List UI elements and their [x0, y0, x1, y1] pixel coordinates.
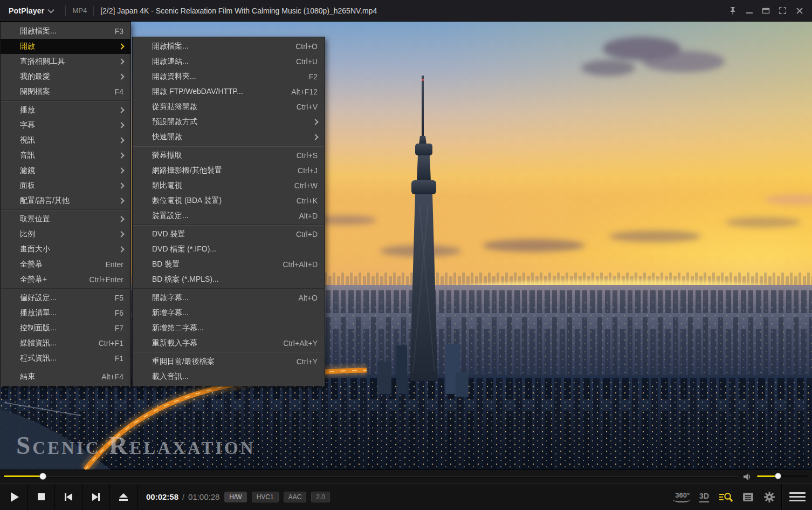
- volume-thumb[interactable]: [775, 473, 781, 479]
- skip-previous-icon: [65, 493, 72, 501]
- menu-item-label: 配置/語言/其他: [20, 196, 113, 206]
- submenu-item-webcam-other-devices[interactable]: 網路攝影機/其他裝置 Ctrl+J: [133, 163, 325, 178]
- seek-thumb[interactable]: [39, 473, 46, 480]
- submenu-item-analog-tv[interactable]: 類比電視 Ctrl+W: [133, 178, 325, 193]
- volume-slider[interactable]: [757, 475, 808, 477]
- submenu-item-add-subtitle[interactable]: 新增字幕...: [133, 305, 325, 321]
- menu-item-config-language-other[interactable]: 配置/語言/其他: [1, 193, 130, 208]
- menu-item-label: 取景位置: [20, 214, 113, 224]
- fullscreen-button[interactable]: [774, 0, 791, 22]
- submenu-item-device-settings[interactable]: 裝置設定... Alt+D: [133, 208, 325, 223]
- submenu-item-reopen-current-last-file[interactable]: 重開目前/最後檔案 Ctrl+Y: [133, 354, 325, 369]
- open-eject-button[interactable]: [110, 484, 137, 510]
- menu-item-shortcut: Ctrl+Y: [297, 357, 318, 366]
- menu-item-fullscreen-plus[interactable]: 全螢幕+ Ctrl+Enter: [1, 272, 130, 287]
- total-duration: 01:00:28: [188, 492, 219, 501]
- submenu-arrow-icon: [118, 107, 124, 113]
- next-button[interactable]: [82, 484, 110, 510]
- submenu-item-default-open-method[interactable]: 預設開啟方式: [133, 114, 325, 130]
- menu-item-label: 開啟 FTP/WebDAV/HTTP...: [152, 87, 281, 97]
- close-button[interactable]: [791, 0, 808, 22]
- submenu-item-open-subtitle[interactable]: 開啟字幕... Alt+O: [133, 290, 325, 305]
- previous-button[interactable]: [55, 484, 82, 510]
- submenu-item-open-folder[interactable]: 開啟資料夾... F2: [133, 69, 325, 84]
- menu-item-shortcut: F2: [309, 72, 318, 81]
- submenu-item-dvd-device[interactable]: DVD 裝置 Ctrl+D: [133, 227, 325, 242]
- pin-icon: [728, 6, 738, 16]
- menu-item-program-info[interactable]: 程式資訊... F1: [1, 351, 130, 366]
- menu-item-fullscreen[interactable]: 全螢幕 Enter: [1, 257, 130, 272]
- submenu-item-bd-device[interactable]: BD 裝置 Ctrl+Alt+D: [133, 257, 325, 272]
- play-button[interactable]: [0, 484, 27, 510]
- submenu-item-digital-tv-bda[interactable]: 數位電視 (BDA 裝置) Ctrl+K: [133, 193, 325, 208]
- submenu-item-screen-capture[interactable]: 螢幕擷取 Ctrl+S: [133, 148, 325, 163]
- menu-item-shortcut: Alt+D: [299, 212, 318, 220]
- menu-item-label: 螢幕擷取: [152, 151, 287, 160]
- submenu-item-load-audio[interactable]: 載入音訊...: [133, 369, 325, 384]
- submenu-item-open-from-clipboard[interactable]: 從剪貼簿開啟 Ctrl+V: [133, 99, 325, 114]
- menu-item-media-info[interactable]: 媒體資訊... Ctrl+F1: [1, 336, 130, 351]
- submenu-item-open-url[interactable]: 開啟連結... Ctrl+U: [133, 54, 325, 69]
- menu-item-label: 字幕: [20, 120, 113, 130]
- minimize-button[interactable]: [741, 0, 758, 22]
- menu-item-shortcut: Ctrl+Alt+D: [283, 260, 318, 269]
- menu-item-screen-size[interactable]: 畫面大小: [1, 242, 130, 257]
- menu-separator: [1, 288, 130, 289]
- extended-menu-button[interactable]: [783, 484, 812, 510]
- seek-bar[interactable]: [3, 475, 740, 478]
- menu-item-label: 畫面大小: [20, 244, 113, 254]
- menu-item-open-file[interactable]: 開啟檔案... F3: [1, 24, 130, 39]
- menu-item-label: 直播相關工具: [20, 57, 113, 66]
- stop-button[interactable]: [27, 484, 55, 510]
- menu-item-video[interactable]: 視訊: [1, 133, 130, 148]
- menu-item-label: BD 檔案 (*.MPLS)...: [152, 275, 318, 284]
- submenu-arrow-icon: [118, 198, 124, 203]
- current-time[interactable]: 00:02:58: [146, 492, 178, 501]
- menu-item-live-related-tools[interactable]: 直播相關工具: [1, 54, 130, 69]
- menu-item-playlist[interactable]: 播放清單... F6: [1, 305, 130, 321]
- submenu-item-open-ftp-webdav-http[interactable]: 開啟 FTP/WebDAV/HTTP... Alt+F12: [133, 84, 325, 99]
- menu-item-filters[interactable]: 濾鏡: [1, 163, 130, 178]
- volume-button[interactable]: [743, 473, 752, 483]
- submenu-item-reload-subtitle[interactable]: 重新載入字幕 Ctrl+Alt+Y: [133, 336, 325, 351]
- menu-item-pan-scan-position[interactable]: 取景位置: [1, 212, 130, 227]
- menu-separator: [133, 225, 324, 226]
- submenu-item-quick-open[interactable]: 快速開啟: [133, 130, 325, 145]
- video-3d-button[interactable]: 3D: [694, 484, 714, 510]
- menu-item-label: 程式資訊...: [20, 353, 105, 363]
- audio-channels-badge: 2.0: [311, 492, 330, 502]
- menu-item-label: DVD 裝置: [152, 229, 286, 239]
- submenu-arrow-icon: [118, 246, 124, 252]
- pin-on-top-button[interactable]: [724, 0, 741, 22]
- menu-item-open[interactable]: 開啟: [1, 39, 130, 54]
- submenu-item-bd-file-mpls[interactable]: BD 檔案 (*.MPLS)...: [133, 272, 325, 287]
- titlebar: PotPlayer MP4 [2/2] Japan 4K - Scenic Re…: [0, 0, 812, 22]
- app-menu-button[interactable]: PotPlayer: [0, 0, 59, 21]
- menu-item-close-file[interactable]: 關閉檔案 F4: [1, 84, 130, 99]
- app-name: PotPlayer: [9, 6, 44, 15]
- menu-item-preferences[interactable]: 偏好設定... F5: [1, 290, 130, 305]
- submenu-item-open-file[interactable]: 開啟檔案... Ctrl+O: [133, 39, 325, 54]
- menu-item-panel[interactable]: 面板: [1, 178, 130, 193]
- menu-item-label: 媒體資訊...: [20, 338, 89, 348]
- playlist-button[interactable]: [738, 484, 759, 510]
- submenu-item-dvd-file-ifo[interactable]: DVD 檔案 (*.IFO)...: [133, 242, 325, 257]
- menu-item-label: 視訊: [20, 135, 113, 145]
- menu-item-shortcut: F6: [115, 309, 123, 317]
- menu-item-exit[interactable]: 結束 Alt+F4: [1, 369, 130, 384]
- menu-item-aspect-ratio[interactable]: 比例: [1, 227, 130, 242]
- video-360-button[interactable]: 360°: [670, 484, 694, 510]
- menu-item-playback[interactable]: 播放: [1, 103, 130, 118]
- submenu-item-add-second-subtitle[interactable]: 新增第二字幕...: [133, 321, 325, 336]
- settings-button[interactable]: [759, 484, 780, 510]
- window-title: [2/2] Japan 4K - Scenic Relaxation Film …: [100, 6, 377, 15]
- controlbar-divider: [781, 484, 782, 510]
- menu-item-control-panel[interactable]: 控制面版... F7: [1, 321, 130, 336]
- menu-item-my-favorites[interactable]: 我的最愛: [1, 69, 130, 84]
- hamburger-icon: [789, 500, 806, 501]
- maximize-button[interactable]: [758, 0, 774, 22]
- submenu-arrow-icon: [118, 182, 124, 188]
- menu-item-audio[interactable]: 音訊: [1, 148, 130, 163]
- menu-item-subtitles[interactable]: 字幕: [1, 118, 130, 133]
- search-browse-button[interactable]: [714, 484, 738, 510]
